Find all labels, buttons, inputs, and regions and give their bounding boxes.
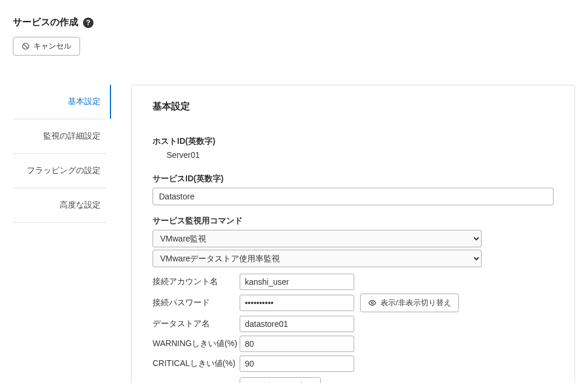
account-input[interactable]: [240, 274, 354, 290]
password-input[interactable]: [240, 295, 354, 311]
svg-point-2: [371, 302, 373, 304]
warning-label: WARNINGしきい値(%): [153, 334, 240, 354]
cancel-button[interactable]: キャンセル: [13, 37, 80, 56]
cancel-label: キャンセル: [33, 41, 71, 51]
sidebar: 基本設定 監視の詳細設定 フラッピングの設定 高度な設定: [13, 85, 106, 223]
warning-input[interactable]: [240, 336, 354, 352]
command-label: サービス監視用コマンド: [153, 216, 554, 226]
datastore-label: データストア名: [153, 314, 240, 334]
sidebar-item-advanced[interactable]: 高度な設定: [13, 188, 106, 223]
cancel-icon: [22, 42, 30, 50]
monitor-test-button[interactable]: 監視テスト実行: [240, 377, 321, 383]
account-label: 接続アカウント名: [153, 272, 240, 292]
service-id-label: サービスID(英数字): [153, 174, 554, 184]
critical-label: CRITICALしきい値(%): [153, 354, 240, 374]
svg-line-1: [24, 44, 27, 48]
password-toggle-label: 表示/非表示切り替え: [381, 298, 451, 308]
datastore-input[interactable]: [240, 316, 354, 332]
sidebar-item-monitoring-detail[interactable]: 監視の詳細設定: [13, 119, 106, 154]
command-select-category[interactable]: VMware監視: [153, 230, 482, 247]
help-icon[interactable]: ?: [83, 18, 94, 28]
eye-icon: [368, 299, 377, 307]
main-panel: 基本設定 ホストID(英数字) Server01 サービスID(英数字) サービ…: [131, 85, 575, 383]
host-id-value: Server01: [167, 150, 554, 160]
password-label: 接続パスワード: [153, 292, 240, 314]
critical-input[interactable]: [240, 356, 354, 372]
page-title: サービスの作成: [13, 16, 78, 29]
sidebar-item-flapping[interactable]: フラッピングの設定: [13, 154, 106, 188]
password-toggle-button[interactable]: 表示/非表示切り替え: [360, 294, 459, 312]
host-id-label: ホストID(英数字): [153, 136, 554, 147]
param-table: 接続アカウント名 接続パスワード 表示/非表示切り替え: [153, 272, 461, 383]
sidebar-item-basic[interactable]: 基本設定: [13, 85, 106, 119]
service-id-input[interactable]: [153, 188, 554, 205]
panel-title: 基本設定: [153, 101, 554, 113]
command-select-type[interactable]: VMwareデータストア使用率監視: [153, 250, 482, 267]
